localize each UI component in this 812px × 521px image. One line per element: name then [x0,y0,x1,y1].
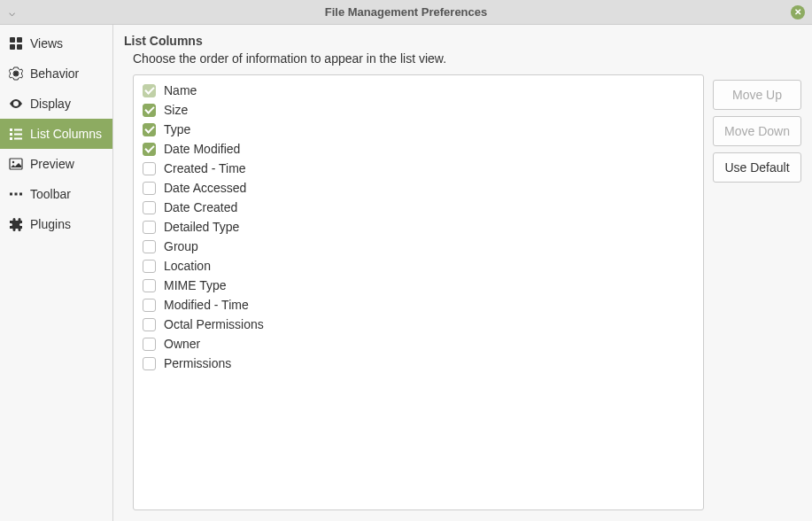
puzzle-icon [9,217,23,231]
column-label: Group [164,239,198,253]
sidebar-item-label: Behavior [30,66,79,81]
svg-rect-5 [10,128,12,131]
sidebar-item-views[interactable]: Views [0,28,112,58]
window-title: File Management Preferences [0,5,812,19]
dots-icon [9,187,23,201]
sidebar-item-label: Toolbar [30,187,71,201]
sidebar-item-label: Plugins [30,217,71,231]
svg-rect-13 [10,193,12,196]
column-row[interactable]: MIME Type [139,276,698,295]
svg-rect-10 [14,138,22,140]
column-label: Type [164,122,190,136]
column-label: Location [164,259,211,273]
column-checkbox[interactable] [143,318,156,331]
column-checkbox[interactable] [143,84,156,97]
content-area: List Columns Choose the order of informa… [113,25,812,521]
use-default-button[interactable]: Use Default [713,152,801,183]
svg-rect-14 [15,193,18,196]
eye-icon [9,97,23,111]
column-checkbox[interactable] [143,162,156,175]
svg-rect-15 [19,193,22,196]
column-label: Name [164,83,197,97]
sidebar-item-label: Views [30,36,63,51]
column-label: Modified - Time [164,298,249,312]
svg-rect-7 [10,133,12,136]
column-checkbox[interactable] [143,123,156,136]
svg-rect-11 [10,159,22,169]
column-checkbox[interactable] [143,143,156,156]
column-checkbox[interactable] [143,357,156,370]
column-row[interactable]: Created - Time [139,159,698,178]
column-row[interactable]: Owner [139,334,698,354]
column-label: Date Created [164,200,237,214]
column-row[interactable]: Size [139,100,698,120]
sidebar-item-label: Preview [30,157,74,171]
content-main: List Columns Choose the order of informa… [124,34,704,510]
svg-rect-6 [14,129,22,131]
sidebar-item-plugins[interactable]: Plugins [0,209,112,239]
sidebar-item-display[interactable]: Display [0,89,112,119]
gear-icon [9,66,23,81]
column-checkbox[interactable] [143,260,156,273]
sidebar-item-list-columns[interactable]: List Columns [0,119,112,149]
column-checkbox[interactable] [143,221,156,234]
svg-point-12 [12,161,14,163]
column-label: Owner [164,337,200,351]
column-label: Size [164,103,188,117]
sidebar: Views Behavior Display List Columns Prev [0,25,113,521]
list-icon [9,127,23,141]
grid-icon [9,36,23,51]
column-label: Date Modified [164,142,240,156]
column-checkbox[interactable] [143,279,156,292]
column-row[interactable]: Date Accessed [139,178,698,198]
sidebar-item-toolbar[interactable]: Toolbar [0,179,112,209]
column-row[interactable]: Permissions [139,354,698,373]
close-icon[interactable] [791,5,805,19]
svg-point-4 [14,72,19,76]
column-checkbox[interactable] [143,299,156,312]
column-row[interactable]: Modified - Time [139,295,698,315]
section-description: Choose the order of information to appea… [133,51,704,66]
button-column: Move Up Move Down Use Default [713,80,801,510]
column-label: Date Accessed [164,181,246,195]
column-row[interactable]: Date Modified [139,139,698,159]
column-checkbox[interactable] [143,104,156,117]
move-down-button[interactable]: Move Down [713,116,801,146]
svg-rect-9 [10,137,12,140]
svg-rect-3 [17,44,22,50]
sidebar-item-preview[interactable]: Preview [0,149,112,179]
column-label: Detailed Type [164,220,239,234]
columns-listbox[interactable]: NameSizeTypeDate ModifiedCreated - TimeD… [133,74,704,510]
column-row[interactable]: Group [139,237,698,256]
sidebar-item-label: List Columns [30,127,102,141]
image-icon [9,157,23,171]
column-row[interactable]: Date Created [139,198,698,217]
column-row[interactable]: Type [139,120,698,139]
section-title: List Columns [124,34,704,48]
column-row[interactable]: Location [139,256,698,276]
column-label: Octal Permissions [164,317,264,331]
column-checkbox[interactable] [143,182,156,195]
column-checkbox[interactable] [143,240,156,253]
svg-rect-2 [10,44,15,50]
column-label: Created - Time [164,161,246,175]
svg-rect-1 [17,37,22,43]
svg-rect-0 [10,37,15,43]
move-up-button[interactable]: Move Up [713,80,801,110]
column-label: Permissions [164,356,231,370]
svg-rect-8 [14,134,22,136]
column-row[interactable]: Octal Permissions [139,315,698,334]
sidebar-item-behavior[interactable]: Behavior [0,58,112,89]
sidebar-item-label: Display [30,97,71,111]
main-layout: Views Behavior Display List Columns Prev [0,25,812,521]
column-label: MIME Type [164,278,227,292]
titlebar: ⌵ File Management Preferences [0,0,812,25]
column-checkbox[interactable] [143,338,156,351]
column-checkbox[interactable] [143,201,156,214]
column-row[interactable]: Detailed Type [139,217,698,237]
column-row[interactable]: Name [139,81,698,100]
